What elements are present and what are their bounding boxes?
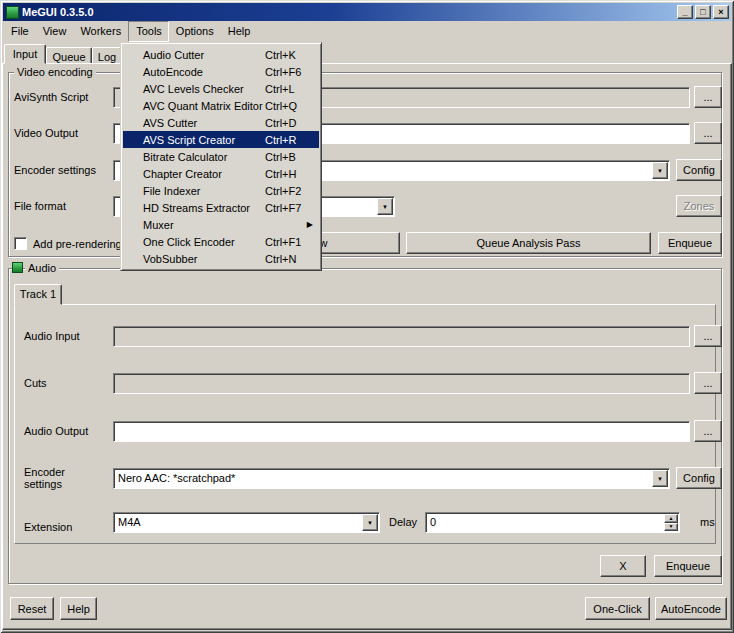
titlebar: MeGUI 0.3.5.0 _ □ × — [3, 3, 731, 21]
extension-dropdown-button[interactable]: ▼ — [362, 514, 378, 531]
menu-item-autoencode[interactable]: AutoEncode Ctrl+F6 — [123, 63, 319, 80]
autoencode-button[interactable]: AutoEncode — [655, 597, 727, 620]
avisynth-browse-button[interactable]: ... — [694, 86, 722, 108]
menubar: File View Workers Tools Options Help — [3, 21, 731, 42]
menu-workers[interactable]: Workers — [73, 21, 128, 42]
avisynth-script-label: AviSynth Script — [14, 91, 88, 103]
app-icon — [6, 6, 19, 19]
audio-group-title: Audio — [25, 262, 59, 274]
menu-item-avs-cutter[interactable]: AVS Cutter Ctrl+D — [123, 114, 319, 131]
delay-spin-down-button[interactable]: ▼ — [664, 523, 678, 532]
menu-item-bitrate-calculator[interactable]: Bitrate Calculator Ctrl+B — [123, 148, 319, 165]
video-group-title: Video encoding — [14, 66, 96, 78]
menu-item-avc-quant-matrix-editor[interactable]: AVC Quant Matrix Editor Ctrl+Q — [123, 97, 319, 114]
video-encoder-dropdown-button[interactable]: ▼ — [652, 162, 668, 179]
queue-analysis-pass-button[interactable]: Queue Analysis Pass — [406, 232, 651, 254]
menu-item-audio-cutter[interactable]: Audio Cutter Ctrl+K — [123, 46, 319, 63]
close-icon: × — [718, 8, 723, 17]
close-button[interactable]: × — [713, 5, 729, 19]
delay-label: Delay — [389, 516, 417, 528]
tab-track-1[interactable]: Track 1 — [14, 284, 62, 305]
audio-output-label: Audio Output — [24, 425, 88, 437]
menu-item-avs-script-creator[interactable]: AVS Script Creator Ctrl+R — [123, 131, 319, 148]
window-title: MeGUI 0.3.5.0 — [22, 6, 94, 18]
audio-input-browse-button[interactable]: ... — [694, 325, 722, 347]
add-pre-rendering-checkbox[interactable] — [14, 237, 27, 250]
menu-tools[interactable]: Tools — [128, 21, 169, 42]
tab-queue[interactable]: Queue — [46, 47, 92, 63]
chevron-up-icon: ▲ — [669, 516, 674, 521]
audio-group-icon — [12, 262, 23, 273]
delay-stepper[interactable]: 0 ▲ ▼ — [425, 512, 680, 533]
menu-item-hd-streams-extractor[interactable]: HD Streams Extractor Ctrl+F7 — [123, 199, 319, 216]
audio-encoder-settings-label: Encoder settings — [24, 466, 76, 490]
audio-encoder-settings-combobox[interactable]: Nero AAC: *scratchpad* ▼ — [113, 468, 670, 489]
file-format-label: File format — [14, 200, 66, 212]
video-config-button[interactable]: Config — [676, 159, 722, 181]
video-enqueue-button[interactable]: Enqueue — [658, 232, 722, 254]
audio-x-button[interactable]: X — [600, 555, 646, 577]
minimize-button[interactable]: _ — [677, 5, 693, 19]
audio-input-label: Audio Input — [24, 330, 80, 342]
tab-input[interactable]: Input — [4, 44, 46, 64]
reset-button[interactable]: Reset — [10, 597, 54, 620]
cuts-field[interactable] — [113, 373, 690, 394]
extension-combobox[interactable]: M4A ▼ — [113, 512, 380, 533]
chevron-down-icon: ▼ — [669, 524, 674, 529]
audio-encoder-dropdown-button[interactable]: ▼ — [652, 470, 668, 487]
menu-view[interactable]: View — [36, 21, 74, 42]
audio-output-browse-button[interactable]: ... — [694, 420, 722, 442]
add-pre-rendering-label: Add pre-rendering — [33, 238, 122, 250]
menu-item-vobsubber[interactable]: VobSubber Ctrl+N — [123, 250, 319, 267]
video-output-label: Video Output — [14, 127, 78, 139]
delay-spin-up-button[interactable]: ▲ — [664, 514, 678, 523]
audio-config-button[interactable]: Config — [676, 467, 722, 489]
menu-item-muxer[interactable]: Muxer ▶ — [123, 216, 319, 233]
main-window: MeGUI 0.3.5.0 _ □ × File View Workers To… — [0, 0, 734, 633]
maximize-icon: □ — [700, 8, 705, 17]
cuts-label: Cuts — [24, 377, 47, 389]
file-format-dropdown-button[interactable]: ▼ — [377, 198, 393, 215]
help-button[interactable]: Help — [60, 597, 97, 620]
menu-item-one-click-encoder[interactable]: One Click Encoder Ctrl+F1 — [123, 233, 319, 250]
chevron-down-icon: ▼ — [657, 476, 663, 482]
tools-menu-dropdown: Audio Cutter Ctrl+K AutoEncode Ctrl+F6 A… — [120, 42, 322, 271]
chevron-down-icon: ▼ — [367, 520, 373, 526]
tab-log[interactable]: Log — [92, 47, 122, 63]
ms-label: ms — [700, 516, 715, 528]
maximize-button[interactable]: □ — [695, 5, 711, 19]
menu-help[interactable]: Help — [221, 21, 258, 42]
chevron-down-icon: ▼ — [657, 168, 663, 174]
submenu-arrow-icon: ▶ — [307, 220, 313, 229]
menu-file[interactable]: File — [4, 21, 36, 42]
menu-item-chapter-creator[interactable]: Chapter Creator Ctrl+H — [123, 165, 319, 182]
audio-output-field[interactable] — [113, 421, 690, 442]
cuts-browse-button[interactable]: ... — [694, 372, 722, 394]
menu-item-file-indexer[interactable]: File Indexer Ctrl+F2 — [123, 182, 319, 199]
menu-options[interactable]: Options — [169, 21, 221, 42]
zones-button: Zones — [676, 195, 722, 217]
one-click-button[interactable]: One-Click — [585, 597, 650, 620]
extension-label: Extension — [24, 521, 72, 533]
audio-enqueue-button[interactable]: Enqueue — [654, 555, 722, 577]
minimize-icon: _ — [682, 8, 687, 17]
video-output-browse-button[interactable]: ... — [694, 122, 722, 144]
chevron-down-icon: ▼ — [382, 204, 388, 210]
audio-input-field[interactable] — [113, 326, 690, 347]
video-encoder-settings-label: Encoder settings — [14, 164, 96, 176]
menu-item-avc-levels-checker[interactable]: AVC Levels Checker Ctrl+L — [123, 80, 319, 97]
